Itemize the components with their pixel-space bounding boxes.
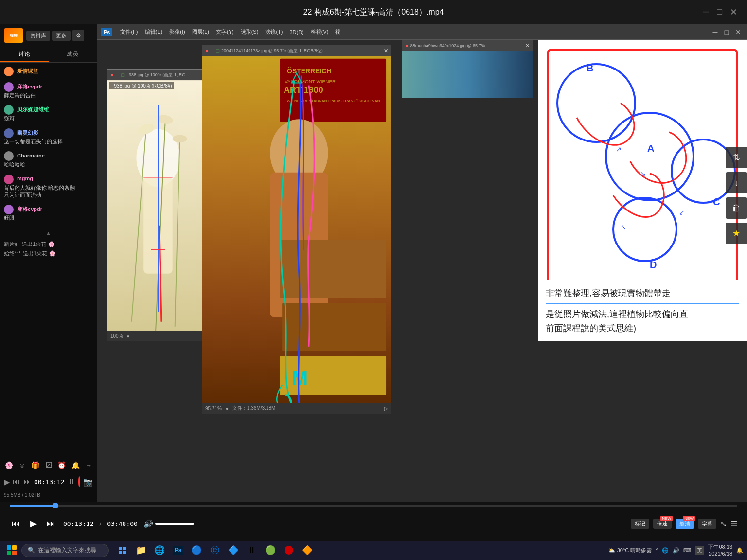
menu-file[interactable]: 文件(F) bbox=[117, 27, 141, 37]
bell-icon[interactable]: 🔔 bbox=[71, 461, 80, 469]
player-progress-bar[interactable] bbox=[10, 505, 737, 507]
ps-minimize[interactable]: ─ bbox=[711, 28, 720, 36]
taskbar-multiview-icon[interactable] bbox=[115, 542, 130, 558]
recording-time: 00:13:12 bbox=[34, 478, 65, 486]
more-btn[interactable]: 更多 bbox=[52, 31, 71, 41]
ps-win-close-mucha[interactable]: ● bbox=[205, 48, 209, 53]
menu-filter[interactable]: 滤镜(T) bbox=[262, 27, 285, 37]
emoji-icon[interactable]: ☺ bbox=[18, 461, 25, 469]
sidebar: 猫锁 资料库 更多 ⚙ 讨论 成员 爱情课堂 麻将cvpdr 薛定谔的告白 bbox=[0, 24, 97, 502]
message-content: 薛定谔的告白 bbox=[4, 92, 93, 99]
start-button[interactable] bbox=[4, 542, 19, 558]
taskbar-clock[interactable]: 下午08:13 2021/6/18 bbox=[708, 543, 732, 558]
minimize-btn[interactable]: ─ bbox=[703, 7, 709, 18]
ps-close[interactable]: ✕ bbox=[733, 28, 743, 36]
clock-icon[interactable]: ⏰ bbox=[57, 461, 66, 469]
taskbar-lang[interactable]: 英 bbox=[695, 546, 704, 555]
prev-btn[interactable]: ⏮ bbox=[10, 519, 22, 529]
win-logo-q2 bbox=[12, 545, 17, 550]
tab-discuss[interactable]: 讨论 bbox=[0, 47, 49, 62]
subtitle-btn[interactable]: 字幕 bbox=[698, 519, 716, 529]
taskbar-app2-icon[interactable]: ⏸ bbox=[244, 542, 260, 558]
menu-select[interactable]: 选取(S) bbox=[238, 27, 262, 37]
settings-icon[interactable]: ⚙ bbox=[72, 30, 84, 41]
mucha-expand[interactable]: ▷ bbox=[384, 406, 388, 411]
taskbar-rec-icon[interactable] bbox=[281, 542, 297, 558]
taskbar-volume[interactable]: 🔊 bbox=[673, 547, 679, 554]
menu-view[interactable]: 检视(V) bbox=[308, 27, 332, 37]
next-btn[interactable]: ⏭ bbox=[45, 519, 57, 529]
close-btn[interactable]: ✕ bbox=[730, 7, 737, 18]
volume-icon[interactable]: 🔊 bbox=[143, 519, 153, 528]
video-right-btns: ⇅ ↓ 🗑 ★ bbox=[726, 147, 747, 244]
record-next-btn[interactable]: ⏭ bbox=[23, 475, 31, 489]
taskbar-app1-icon[interactable]: 🔷 bbox=[226, 542, 241, 558]
gift-icon[interactable]: 🎁 bbox=[31, 461, 39, 469]
share-btn[interactable]: ⇅ bbox=[726, 147, 747, 168]
ps-maximize[interactable]: □ bbox=[723, 28, 730, 36]
taskbar-ps-icon[interactable]: Ps bbox=[170, 542, 186, 558]
volume-bar[interactable] bbox=[155, 523, 194, 525]
menu-view2[interactable]: 视 bbox=[332, 27, 343, 37]
playlist-btn[interactable]: ☰ bbox=[730, 519, 737, 528]
record-play-btn[interactable]: ▶ bbox=[4, 475, 10, 489]
taskbar-app3-icon[interactable]: 🟢 bbox=[263, 542, 278, 558]
menu-edit[interactable]: 编辑(E) bbox=[142, 27, 166, 37]
ps-win-close-lily[interactable]: ● bbox=[110, 72, 114, 78]
download-btn[interactable]: ↓ bbox=[726, 172, 747, 193]
taskbar-search[interactable]: 🔍 在這裡輸入文字來搜尋 bbox=[21, 544, 109, 557]
ps-win-x-small[interactable]: ✕ bbox=[525, 43, 530, 49]
taskbar-edge-icon[interactable]: 🌐 bbox=[152, 542, 167, 558]
menu-3d[interactable]: 3D(D) bbox=[286, 28, 306, 36]
search-icon: 🔍 bbox=[28, 547, 35, 554]
taskbar-keyboard[interactable]: ⌨ bbox=[683, 547, 691, 554]
taskbar-network[interactable]: 🌐 bbox=[662, 547, 669, 554]
image-icon[interactable]: 🖼 bbox=[45, 461, 52, 469]
arrow-icon[interactable]: → bbox=[85, 461, 92, 469]
menu-text[interactable]: 文字(Y) bbox=[213, 27, 237, 37]
progress-thumb[interactable] bbox=[53, 503, 58, 508]
record-icon bbox=[285, 546, 293, 555]
taskbar-app4-icon[interactable]: 🔶 bbox=[300, 542, 315, 558]
fullscreen-btn[interactable]: ⤡ bbox=[720, 519, 727, 528]
taskbar-chrome-icon[interactable]: 🔵 bbox=[189, 542, 204, 558]
taskbar-arrow-up[interactable]: ^ bbox=[656, 547, 658, 553]
lily-window-label: _938.jpg @ 100% (RGB/8#) bbox=[109, 82, 174, 89]
ps-win-max-mucha[interactable]: □ bbox=[216, 48, 219, 53]
ps-win-min-lily[interactable]: ─ bbox=[116, 72, 120, 78]
menu-image[interactable]: 影像(I) bbox=[166, 27, 188, 37]
taskbar-files-icon[interactable]: 📁 bbox=[133, 542, 149, 558]
record-prev-btn[interactable]: ⏮ bbox=[13, 475, 20, 489]
speed-btn[interactable]: 倍速 NEW bbox=[653, 519, 672, 529]
taskbar-edge2-icon[interactable]: ⓔ bbox=[207, 542, 223, 558]
ps-win-min-mucha[interactable]: ─ bbox=[211, 48, 214, 53]
message-content: 这一切都是石头门的选择 bbox=[4, 138, 93, 145]
star-btn[interactable]: ★ bbox=[726, 223, 747, 244]
ps-win-close-small[interactable]: ● bbox=[405, 43, 409, 49]
svg-rect-42 bbox=[123, 551, 126, 554]
tab-members[interactable]: 成员 bbox=[49, 47, 97, 62]
stop-recording-btn[interactable] bbox=[78, 476, 80, 487]
list-item: mgmg 背后的人就好像你 暗恋的条翻只为让而面流动 bbox=[4, 175, 93, 199]
username: Charmaine bbox=[17, 153, 45, 158]
mucha-dot: ● bbox=[226, 406, 229, 411]
delete-btn[interactable]: 🗑 bbox=[726, 197, 747, 219]
scroll-indicator: ▲ bbox=[4, 228, 93, 239]
camera-icon[interactable]: 📷 bbox=[83, 477, 93, 487]
mucha-canvas: ÖSTERREICH VAUDEMONT WIENER ART 1900 WIE… bbox=[202, 56, 391, 414]
menu-layers[interactable]: 图层(L) bbox=[189, 27, 212, 37]
text-divider bbox=[546, 303, 739, 304]
mark-btn[interactable]: 标记 bbox=[631, 519, 649, 529]
ps-win-x-mucha[interactable]: ✕ bbox=[384, 48, 388, 54]
taskbar-notification[interactable]: 🔔 bbox=[736, 547, 743, 554]
username: 贝尔媒超维维 bbox=[17, 106, 49, 112]
library-btn[interactable]: 资料库 bbox=[26, 31, 50, 41]
ps-win-max-lily[interactable]: □ bbox=[121, 72, 124, 78]
main-area: 猫锁 资料库 更多 ⚙ 讨论 成员 爱情课堂 麻将cvpdr 薛定谔的告白 bbox=[0, 24, 747, 502]
play-btn[interactable]: ▶ bbox=[28, 518, 39, 529]
maximize-btn[interactable]: □ bbox=[717, 7, 722, 18]
quality-new-badge: NEW bbox=[683, 516, 695, 521]
flower-btn-icon[interactable]: 🌸 bbox=[5, 461, 13, 469]
pause-btn[interactable]: ⏸ bbox=[68, 475, 75, 489]
quality-btn[interactable]: 超清 NEW bbox=[676, 519, 694, 529]
